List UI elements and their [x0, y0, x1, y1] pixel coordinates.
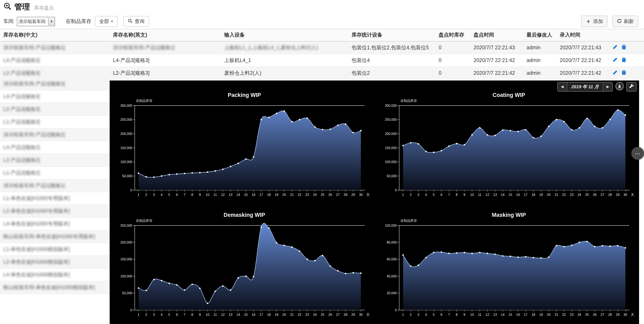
inventory-name-item[interactable]: 演示组装车间-产品1[规格1] [0, 180, 110, 192]
cell-7: 2020/7/7 22:21:42 [556, 67, 609, 80]
chart-title: Packing WIP [228, 92, 261, 98]
svg-text:24: 24 [578, 193, 581, 196]
svg-text:8: 8 [192, 313, 193, 316]
svg-text:150,000: 150,000 [120, 258, 132, 261]
inventory-name-item[interactable]: L2-单色在途[H1000模拟版本] [0, 256, 110, 268]
svg-text:7: 7 [184, 313, 186, 316]
inventory-table: 库存名称(中文) 库存名称(英文) 输入设备 库存统计设备 盘点时库存 盘点时间… [0, 29, 644, 80]
row-actions [609, 67, 644, 80]
chart-svg: Masking WIP在制品库存天020,00040,00060,00080,0… [382, 210, 636, 319]
svg-text:100,000: 100,000 [120, 274, 132, 278]
svg-text:2: 2 [146, 313, 147, 316]
edit-icon[interactable] [612, 44, 618, 51]
data-point [625, 114, 626, 116]
inventory-name-item[interactable]: 演示组装车间-产品2[规格2] [0, 128, 110, 141]
inventory-name-item[interactable]: L1-单色在途[H1000模拟版本] [0, 243, 110, 256]
edit-icon[interactable] [612, 57, 618, 64]
svg-text:7: 7 [448, 193, 450, 196]
svg-text:13: 13 [493, 193, 497, 196]
delete-icon[interactable] [622, 44, 626, 51]
edit-icon[interactable] [612, 70, 618, 76]
scope-dropdown[interactable]: 全部 ▾ [95, 16, 118, 27]
workshop-label: 车间 [3, 18, 14, 25]
delete-icon[interactable] [622, 70, 626, 76]
svg-text:12: 12 [221, 193, 225, 196]
prev-month-button[interactable]: ◀ [558, 82, 567, 91]
inventory-name-item[interactable]: 鞍山组装车间-单色在途[H1000模拟版本] [0, 281, 110, 294]
svg-text:150,000: 150,000 [385, 146, 397, 150]
inventory-name-item[interactable]: L2-产品2[规格2] [0, 154, 110, 167]
inventory-name-item[interactable]: 鞍山组装车间-单色在途[H1000专用版本] [0, 230, 110, 243]
inventory-name-item[interactable]: L2-产品3[规格3] [0, 103, 110, 116]
svg-text:29: 29 [351, 313, 355, 316]
add-label: 添加 [593, 18, 603, 25]
more-button[interactable]: ⋯ [631, 147, 644, 160]
refresh-button[interactable]: 刷新 [612, 16, 638, 27]
search-icon [128, 18, 133, 24]
inventory-name-item[interactable]: L4-产品2[规格2] [0, 141, 110, 154]
month-nav-group: ◀ 2019 年 11 月 ▶ [557, 82, 613, 91]
data-point [625, 247, 626, 249]
data-point [161, 280, 162, 281]
data-point [222, 168, 224, 170]
add-button[interactable]: ＋ 添加 [581, 16, 608, 27]
query-button[interactable]: 查询 [123, 16, 149, 27]
cell-2: 上板机L1_1,上板机L4_1,废粉仓上料2(人) [221, 41, 348, 54]
inventory-name-item[interactable]: L4-产品3[规格3] [0, 90, 110, 103]
page-subtitle: 库存盘点 [34, 4, 54, 11]
area-series [138, 111, 361, 190]
svg-text:13: 13 [229, 313, 232, 316]
chart-svg: Demasking WIP在制品库存天050,000100,000150,000… [117, 210, 372, 319]
cell-4: 0 [435, 54, 470, 67]
svg-text:12: 12 [221, 313, 225, 316]
data-point [602, 127, 603, 128]
table-row[interactable]: L4-产品3[规格3]L4-产品3[规格3]上板机L4_1包装位402020/7… [0, 54, 644, 67]
svg-text:2: 2 [410, 193, 412, 196]
data-point [330, 128, 331, 130]
inventory-name-item[interactable]: L4-单色在途[H1000专用版本] [0, 218, 110, 230]
inventory-name-item[interactable]: L1-产品3[规格3] [0, 116, 110, 128]
svg-text:22: 22 [298, 193, 302, 196]
svg-text:1: 1 [138, 193, 140, 196]
svg-text:150,000: 150,000 [120, 146, 132, 150]
data-point [517, 131, 519, 132]
col-input-device: 输入设备 [221, 29, 348, 41]
inventory-name-item[interactable]: 演示组装车间-产品3[规格3] [0, 78, 110, 90]
svg-text:8: 8 [456, 193, 458, 196]
svg-text:3: 3 [153, 313, 155, 316]
next-month-button[interactable]: ▶ [603, 82, 612, 91]
data-point [448, 252, 450, 254]
svg-text:24: 24 [578, 313, 581, 316]
data-point [306, 118, 308, 119]
svg-text:13: 13 [493, 313, 497, 316]
svg-text:8: 8 [192, 193, 193, 196]
inventory-name-item[interactable]: L1-单色在途[H1000专用版本] [0, 192, 110, 205]
workshop-select[interactable]: 演示组装车间 ▼ [17, 17, 55, 26]
data-point [418, 264, 419, 266]
inventory-name-item[interactable]: L4-单色在途[H1000模拟版本] [0, 268, 110, 281]
inventory-name-item[interactable]: L1-产品2[规格2] [0, 167, 110, 180]
inventory-name-item[interactable]: L2-单色在途[H1000专用版本] [0, 205, 110, 218]
cell-5: 2020/7/7 22:21:43 [470, 41, 523, 54]
svg-text:23: 23 [570, 193, 574, 196]
data-point [563, 121, 565, 122]
svg-text:26: 26 [593, 313, 596, 316]
cell-2: 废粉仓上料2(人) [221, 67, 348, 80]
data-point [214, 291, 216, 292]
data-point [464, 144, 465, 145]
data-point [238, 162, 239, 164]
data-point [609, 245, 611, 247]
svg-text:28: 28 [344, 193, 348, 196]
col-count-qty: 盘点时库存 [435, 29, 470, 41]
data-point [502, 129, 503, 131]
download-button[interactable] [615, 82, 624, 91]
data-point [330, 265, 331, 267]
svg-text:50,000: 50,000 [122, 291, 132, 295]
data-point [571, 244, 572, 246]
svg-text:17: 17 [259, 193, 263, 196]
table-row[interactable]: 演示组装车间-产品1[规格1]演示组装车间-产品1[规格1]上板机L1_1,上板… [0, 41, 644, 54]
chart-date-nav: ◀ 2019 年 11 月 ▶ [557, 82, 636, 91]
svg-text:27: 27 [600, 193, 604, 196]
settings-button[interactable] [626, 82, 636, 91]
delete-icon[interactable] [622, 57, 626, 64]
